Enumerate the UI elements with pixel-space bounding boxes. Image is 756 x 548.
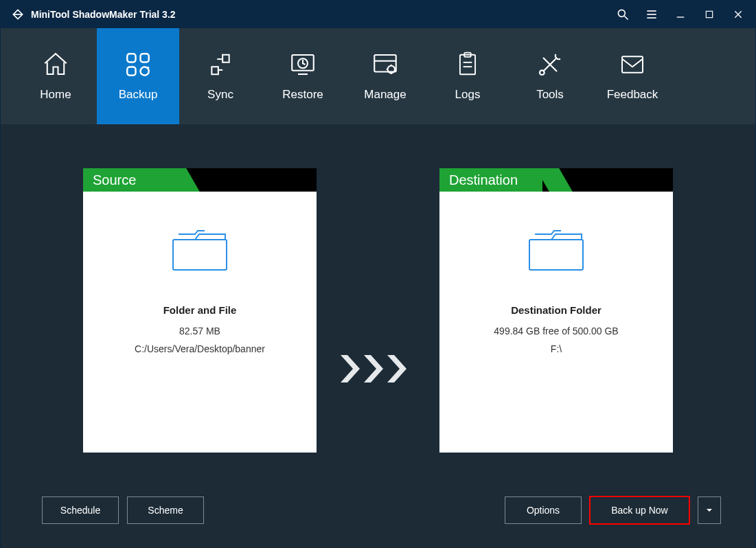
- feedback-icon: [619, 51, 646, 78]
- tools-icon: [536, 51, 564, 78]
- main-nav: Home Backup Sync Restore Manage: [1, 28, 755, 124]
- backup-now-button[interactable]: Back up Now: [590, 496, 689, 524]
- svg-rect-10: [141, 54, 149, 62]
- svg-rect-9: [127, 54, 135, 62]
- nav-restore[interactable]: Restore: [262, 28, 344, 124]
- caret-down-icon: [705, 506, 713, 514]
- maximize-icon[interactable]: [702, 7, 717, 22]
- svg-point-0: [618, 10, 625, 16]
- source-heading: Source: [83, 168, 186, 192]
- nav-label: Sync: [207, 88, 233, 102]
- nav-label: Tools: [536, 88, 564, 102]
- nav-label: Manage: [364, 88, 406, 102]
- destination-free: 499.84 GB free of 500.00 GB: [494, 326, 618, 336]
- nav-label: Logs: [455, 88, 481, 102]
- nav-sync[interactable]: Sync: [179, 28, 262, 124]
- nav-label: Backup: [119, 88, 158, 102]
- restore-icon: [288, 51, 317, 78]
- logs-icon: [455, 51, 481, 78]
- options-button[interactable]: Options: [505, 496, 582, 524]
- search-icon[interactable]: [615, 7, 630, 22]
- svg-line-1: [625, 16, 628, 20]
- nav-label: Home: [40, 88, 71, 102]
- schedule-button[interactable]: Schedule: [42, 496, 119, 524]
- close-icon[interactable]: [731, 7, 746, 22]
- nav-feedback[interactable]: Feedback: [591, 28, 674, 124]
- source-card-wrap: Source Folder and File 82.57 MB C:/Users…: [83, 168, 317, 453]
- svg-rect-25: [529, 240, 583, 270]
- app-logo-icon: [10, 7, 25, 22]
- scheme-button[interactable]: Scheme: [127, 496, 204, 524]
- home-icon: [41, 51, 70, 78]
- destination-path: F:\: [551, 343, 562, 354]
- svg-rect-6: [706, 11, 712, 17]
- nav-label: Feedback: [607, 88, 658, 102]
- content-area: Source Folder and File 82.57 MB C:/Users…: [1, 124, 755, 548]
- folder-icon: [525, 226, 587, 277]
- source-path: C:/Users/Vera/Desktop/banner: [135, 343, 265, 354]
- left-button-group: Schedule Scheme: [42, 496, 204, 524]
- backup-now-dropdown[interactable]: [698, 496, 721, 524]
- title-bar-controls: [615, 7, 746, 22]
- svg-rect-11: [127, 67, 135, 76]
- svg-rect-15: [374, 55, 396, 72]
- source-card[interactable]: Folder and File 82.57 MB C:/Users/Vera/D…: [83, 192, 317, 453]
- nav-label: Restore: [282, 88, 323, 102]
- svg-point-22: [540, 70, 545, 75]
- menu-icon[interactable]: [644, 7, 659, 22]
- source-title: Folder and File: [163, 304, 237, 316]
- nav-manage[interactable]: Manage: [344, 28, 426, 124]
- destination-card-header: Destination: [439, 168, 673, 192]
- title-bar-left: MiniTool ShadowMaker Trial 3.2: [10, 7, 176, 22]
- source-size: 82.57 MB: [179, 326, 220, 336]
- destination-card-wrap: Destination Destination Folder 499.84 GB…: [439, 168, 673, 453]
- destination-heading: Destination: [439, 168, 542, 192]
- sync-icon: [207, 51, 233, 78]
- cards-row: Source Folder and File 82.57 MB C:/Users…: [83, 168, 673, 453]
- nav-backup[interactable]: Backup: [97, 28, 179, 124]
- bottom-bar: Schedule Scheme Options Back up Now: [42, 496, 721, 524]
- svg-rect-18: [460, 55, 475, 75]
- app-window: MiniTool ShadowMaker Trial 3.2: [0, 0, 756, 548]
- nav-logs[interactable]: Logs: [426, 28, 509, 124]
- right-button-group: Options Back up Now: [505, 496, 721, 524]
- arrows-icon: [341, 355, 416, 383]
- nav-home[interactable]: Home: [14, 28, 97, 124]
- svg-rect-23: [622, 56, 643, 72]
- manage-icon: [371, 51, 400, 78]
- minimize-icon[interactable]: [673, 7, 688, 22]
- destination-title: Destination Folder: [511, 304, 602, 316]
- svg-rect-24: [173, 240, 227, 270]
- nav-tools[interactable]: Tools: [509, 28, 591, 124]
- title-bar: MiniTool ShadowMaker Trial 3.2: [1, 1, 755, 28]
- app-title: MiniTool ShadowMaker Trial 3.2: [31, 9, 176, 20]
- source-card-header: Source: [83, 168, 317, 192]
- folder-icon: [169, 226, 231, 277]
- destination-card[interactable]: Destination Folder 499.84 GB free of 500…: [439, 192, 673, 453]
- backup-icon: [124, 51, 152, 78]
